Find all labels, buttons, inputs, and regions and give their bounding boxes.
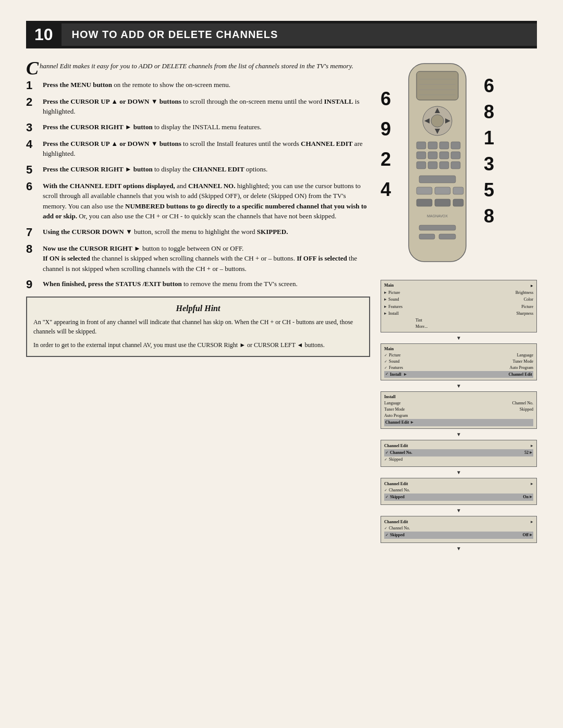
svg-rect-24 bbox=[419, 176, 456, 183]
p5-skipped-on: ✓ Skipped On ▸ bbox=[384, 493, 533, 501]
step-1-number: 1 bbox=[26, 80, 39, 91]
svg-point-7 bbox=[431, 115, 444, 127]
p1-tint: Tint bbox=[415, 317, 533, 324]
svg-rect-28 bbox=[417, 199, 432, 206]
page-number: 10 bbox=[26, 21, 62, 48]
p3-language: Language Channel No. bbox=[384, 400, 533, 406]
svg-rect-30 bbox=[453, 199, 463, 206]
overlay-num-4: 4 bbox=[381, 180, 391, 199]
remote-svg: MAGNAVOX bbox=[393, 61, 482, 269]
step-3-content: Press the CURSOR RIGHT ► button to displ… bbox=[43, 122, 262, 132]
p4-title: Channel Edit bbox=[384, 443, 408, 449]
helpful-hint-title: Helpful Hint bbox=[33, 304, 363, 313]
arrow-down-4: ▼ bbox=[381, 470, 537, 475]
p1-arrow: ▸ bbox=[531, 282, 533, 289]
arrow-down-5: ▼ bbox=[381, 508, 537, 513]
svg-rect-20 bbox=[417, 162, 426, 169]
step-8-content: Now use the CURSOR RIGHT ► button to tog… bbox=[43, 243, 370, 274]
step-5: 5 Press the CURSOR RIGHT ► button to dis… bbox=[26, 164, 370, 176]
step-4-content: Press the CURSOR UP ▲ or DOWN ▼ buttons … bbox=[43, 139, 370, 159]
p2-install-highlighted: ✓ Install ▸ Channel Edit bbox=[384, 371, 533, 378]
title-bar: 10 HOW TO ADD OR DELETE CHANNELS bbox=[26, 21, 537, 48]
page-container: 10 HOW TO ADD OR DELETE CHANNELS C hanne… bbox=[26, 21, 537, 551]
p5-channel-no: ✓ Channel No. bbox=[384, 487, 533, 493]
overlay-num-1: 1 bbox=[484, 129, 494, 147]
screen-panels: Main▸ ▸ Picture Brightness ▸ Sound Color… bbox=[381, 280, 537, 551]
svg-rect-22 bbox=[439, 162, 449, 169]
p3-tuner: Tuner Mode Skipped bbox=[384, 406, 533, 413]
p1-features: ▸ Features Picture bbox=[384, 303, 533, 311]
p1-title: Main bbox=[384, 282, 394, 289]
step-3: 3 Press the CURSOR RIGHT ► button to dis… bbox=[26, 122, 370, 133]
p3-auto: Auto Program bbox=[384, 413, 533, 419]
step-7-number: 7 bbox=[26, 227, 39, 238]
remote-control-image: MAGNAVOX bbox=[393, 61, 482, 272]
step-3-number: 3 bbox=[26, 122, 39, 133]
arrow-down-1: ▼ bbox=[381, 335, 537, 341]
step-4: 4 Press the CURSOR UP ▲ or DOWN ▼ button… bbox=[26, 139, 370, 159]
step-9-content: When finished, press the STATUS /EXIT bu… bbox=[43, 279, 298, 289]
step-1-content: Press the MENU button on the remote to s… bbox=[43, 80, 230, 90]
p1-install: ▸ Install Sharpness bbox=[384, 310, 533, 317]
p2-features: ✓ Features Auto Program bbox=[384, 365, 533, 371]
p6-skipped-off: ✓ Skipped Off ▸ bbox=[384, 532, 533, 539]
intro-body: hannel Edit makes it easy for you to ADD… bbox=[40, 62, 353, 70]
svg-rect-32 bbox=[419, 225, 456, 230]
p2-title: Main bbox=[384, 346, 394, 352]
svg-rect-14 bbox=[439, 142, 449, 149]
arrow-down-6: ▼ bbox=[381, 546, 537, 551]
overlay-num-5: 5 bbox=[484, 181, 494, 200]
right-column: 6 9 2 4 bbox=[381, 61, 537, 551]
overlay-num-9: 9 bbox=[381, 120, 391, 139]
step-7-content: Using the CURSOR DOWN ▼ button, scroll t… bbox=[43, 227, 288, 237]
svg-rect-15 bbox=[451, 142, 460, 149]
svg-rect-1 bbox=[417, 71, 458, 100]
arrow-down-3: ▼ bbox=[381, 431, 537, 437]
p6-arrow: ▸ bbox=[531, 519, 533, 526]
step-4-number: 4 bbox=[26, 139, 39, 150]
overlay-num-6a: 6 bbox=[381, 90, 391, 108]
overlay-num-8b: 8 bbox=[484, 207, 494, 226]
main-content: C hannel Edit makes it easy for you to A… bbox=[26, 61, 537, 551]
svg-text:MAGNAVOX: MAGNAVOX bbox=[427, 214, 448, 218]
p4-channel-no-highlighted: ✓ Channel No. 52 ▸ bbox=[384, 449, 533, 456]
overlay-num-6b: 6 bbox=[484, 77, 494, 95]
svg-rect-34 bbox=[439, 234, 456, 239]
step-6: 6 With the CHANNEL EDIT options displaye… bbox=[26, 181, 370, 221]
p5-title: Channel Edit bbox=[384, 481, 408, 487]
p2-picture: ✓ Picture Language bbox=[384, 352, 533, 359]
step-9-number: 9 bbox=[26, 279, 39, 290]
p4-skipped: ✓ Skipped bbox=[384, 456, 533, 463]
step-2-number: 2 bbox=[26, 96, 39, 108]
svg-rect-18 bbox=[439, 152, 449, 159]
p4-arrow: ▸ bbox=[531, 442, 533, 450]
panel-install: Install Language Channel No. Tuner Mode … bbox=[381, 391, 537, 429]
step-2-content: Press the CURSOR UP ▲ or DOWN ▼ buttons … bbox=[43, 96, 370, 117]
svg-rect-19 bbox=[451, 152, 460, 159]
panel-main-install: Main ✓ Picture Language ✓ Sound Tuner Mo… bbox=[381, 343, 537, 381]
step-5-content: Press the CURSOR RIGHT ► button to displ… bbox=[43, 164, 267, 175]
p6-title: Channel Edit bbox=[384, 519, 408, 525]
svg-rect-25 bbox=[417, 187, 432, 194]
step-2: 2 Press the CURSOR UP ▲ or DOWN ▼ button… bbox=[26, 96, 370, 117]
svg-rect-26 bbox=[435, 187, 450, 194]
helpful-hint-text: An "X" appearing in front of any channel… bbox=[33, 317, 363, 350]
step-6-number: 6 bbox=[26, 181, 39, 192]
panel-channel-edit-on: Channel Edit▸ ✓ Channel No. ✓ Skipped On… bbox=[381, 478, 537, 505]
overlay-num-8a: 8 bbox=[484, 103, 494, 121]
svg-rect-27 bbox=[453, 187, 463, 194]
step-5-number: 5 bbox=[26, 164, 39, 176]
panel-channel-edit-off: Channel Edit▸ ✓ Channel No. ✓ Skipped Of… bbox=[381, 516, 537, 543]
svg-rect-17 bbox=[428, 152, 437, 159]
svg-rect-29 bbox=[435, 199, 450, 206]
p5-arrow: ▸ bbox=[531, 480, 533, 488]
panel-main-initial: Main▸ ▸ Picture Brightness ▸ Sound Color… bbox=[381, 280, 537, 332]
overlay-num-2: 2 bbox=[381, 150, 391, 169]
helpful-hint-box: Helpful Hint An "X" appearing in front o… bbox=[26, 297, 370, 357]
p1-sound: ▸ Sound Color bbox=[384, 296, 533, 303]
svg-rect-16 bbox=[417, 152, 426, 159]
step-7: 7 Using the CURSOR DOWN ▼ button, scroll… bbox=[26, 227, 370, 238]
left-column: C hannel Edit makes it easy for you to A… bbox=[26, 61, 370, 551]
step-9: 9 When finished, press the STATUS /EXIT … bbox=[26, 279, 370, 290]
svg-rect-12 bbox=[417, 142, 426, 149]
